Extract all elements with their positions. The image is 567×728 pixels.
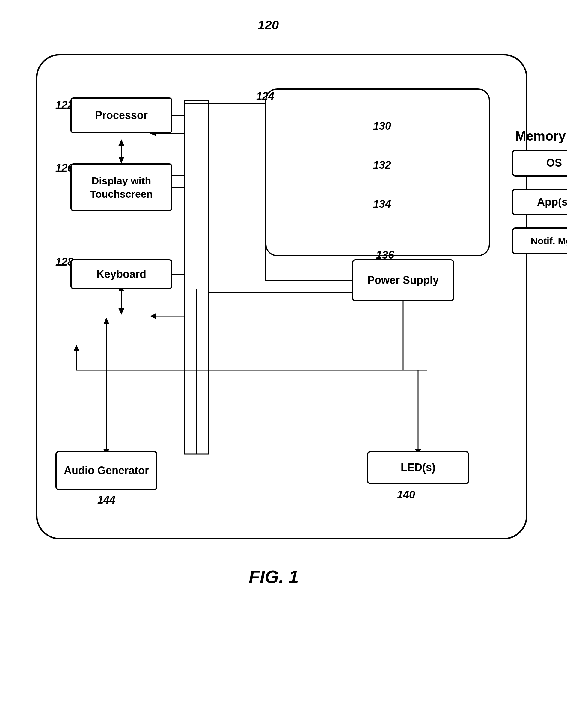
label-134: 134 [373,198,391,210]
os-text: OS [546,157,562,169]
display-text: Display with Touchscreen [75,174,168,201]
diagram-container: 120 [24,18,542,587]
arrow-120 [270,34,270,55]
apps-text: App(s) [537,196,567,208]
os-box: OS [512,150,567,177]
svg-marker-15 [118,308,124,315]
device-outer-box: 122 Processor Memory OS App(s) Notif. Mg… [36,54,527,539]
svg-marker-17 [150,313,156,319]
svg-rect-0 [184,100,208,454]
label-124: 124 [256,90,274,103]
svg-marker-23 [103,318,109,324]
figure-caption: FIG. 1 [249,566,299,587]
processor-text: Processor [95,109,148,122]
apps-box: App(s) [512,189,567,215]
power-text: Power Supply [367,273,439,288]
audio-box: Audio Generator [55,451,157,490]
label-120: 120 [258,18,279,32]
led-text: LED(s) [401,461,435,474]
processor-box: Processor [70,97,172,133]
memory-outer-box: Memory OS App(s) Notif. Mgr. [265,88,490,256]
keyboard-text: Keyboard [96,268,146,281]
display-box: Display with Touchscreen [70,163,172,211]
notif-box: Notif. Mgr. [512,227,567,254]
svg-marker-4 [118,157,124,163]
keyboard-box: Keyboard [70,259,172,289]
label-132: 132 [373,159,391,171]
svg-marker-25 [73,345,79,351]
svg-marker-3 [118,139,124,146]
label-144: 144 [97,494,115,506]
memory-label: Memory [515,129,566,144]
audio-text: Audio Generator [64,464,149,478]
label-130: 130 [373,120,391,132]
notif-text: Notif. Mgr. [531,236,567,247]
led-box: LED(s) [367,451,469,484]
power-box: Power Supply [352,259,454,301]
label-140: 140 [397,489,415,501]
